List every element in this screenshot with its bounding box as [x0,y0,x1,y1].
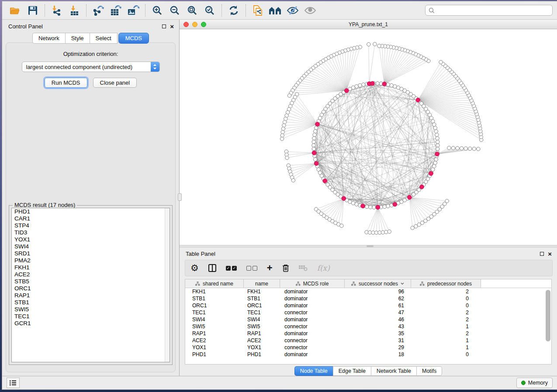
tab-network[interactable]: Network [32,33,65,44]
mcds-hub-node[interactable] [393,202,397,206]
close-panel-icon[interactable]: × [548,252,552,256]
export-network-icon[interactable] [90,3,107,17]
table-row[interactable]: TEC1TEC1connector472 [185,309,551,316]
mcds-hub-node[interactable] [420,185,424,189]
table-cell: 61 [345,303,411,309]
tab-network-table[interactable]: Network Table [371,366,416,376]
table-cell: SWI5 [185,323,244,330]
search-input[interactable] [437,7,549,14]
network-canvas[interactable] [180,29,557,245]
mcds-result-item[interactable]: PMA2 [12,257,170,264]
mcds-result-item[interactable]: SWI4 [12,243,170,250]
mcds-hub-node[interactable] [416,98,420,102]
zoom-selected-icon[interactable] [201,3,218,17]
mcds-result-item[interactable]: FKH1 [12,264,170,271]
mcds-hub-node[interactable] [323,179,327,183]
table-row[interactable]: YOX1YOX1connector291 [185,344,551,351]
column-header-name[interactable]: name [244,279,280,288]
table-row[interactable]: SWI5SWI5connector431 [185,323,551,330]
zoom-fit-icon[interactable] [183,3,201,17]
float-panel-icon[interactable] [162,24,166,28]
tab-mcds[interactable]: MCDS [118,33,149,44]
import-network-icon[interactable] [48,3,66,17]
export-image-icon[interactable] [125,3,142,17]
deselect-all-icon[interactable] [246,266,257,271]
tab-node-table[interactable]: Node Table [294,366,333,376]
mcds-result-item[interactable]: SWI5 [12,306,170,313]
mcds-hub-node[interactable] [376,205,380,210]
mcds-result-item[interactable]: ORC1 [12,285,170,292]
mcds-hub-node[interactable] [345,89,349,93]
float-panel-icon[interactable] [540,252,544,256]
hide-selected-icon[interactable] [284,3,301,17]
column-header-MCDS-role[interactable]: MCDS role [280,279,345,288]
mcds-result-item[interactable]: STB1 [12,299,170,306]
task-history-button[interactable] [7,378,20,388]
refresh-icon[interactable] [225,3,242,17]
mcds-result-item[interactable]: RAP1 [12,292,170,299]
first-neighbors-icon[interactable] [266,3,284,17]
tab-select[interactable]: Select [90,33,118,44]
zoom-in-icon[interactable] [149,3,166,17]
table-row[interactable]: RAP1RAP1dominator352 [185,330,551,337]
mcds-list-scrollbar[interactable] [165,208,170,362]
mcds-result-list[interactable]: PHD1CAR1STP4TID3YOX1SWI4SRD1PMA2FKH1ACE2… [11,208,170,362]
column-header-successor-nodes[interactable]: successor nodes [345,279,411,288]
optimization-criterion-select[interactable]: largest connected component (undirected) [22,62,160,72]
mcds-hub-node[interactable] [429,172,433,176]
mcds-result-item[interactable]: ACE2 [12,271,170,278]
mcds-result-item[interactable]: CAR1 [12,215,170,222]
mcds-result-item[interactable]: TEC1 [12,313,170,320]
run-mcds-button[interactable]: Run MCDS [45,78,87,88]
mcds-hub-node[interactable] [370,81,375,86]
close-panel-button[interactable]: Close panel [93,78,137,88]
delete-row-icon[interactable] [282,264,289,272]
mcds-hub-node[interactable] [361,204,365,208]
show-all-icon[interactable] [301,3,319,17]
add-row-icon[interactable]: + [267,264,273,272]
column-header-shared-name[interactable]: shared name [185,279,244,288]
mcds-hub-node[interactable] [315,122,320,127]
close-panel-icon[interactable]: × [170,24,174,28]
mcds-hub-node[interactable] [408,195,412,199]
toggle-columns-icon[interactable] [208,264,216,272]
mcds-hub-node[interactable] [312,151,316,155]
tab-style[interactable]: Style [65,33,90,44]
table-row[interactable]: PHD1PHD1dominator180 [185,351,551,358]
mcds-result-item[interactable]: STP4 [12,222,170,229]
mcds-hub-node[interactable] [382,82,387,86]
save-icon[interactable] [24,3,42,17]
tab-edge-table[interactable]: Edge Table [333,366,371,376]
open-folder-icon[interactable] [7,3,24,17]
table-scrollbar[interactable] [546,290,550,360]
mcds-result-item[interactable]: STB5 [12,278,170,285]
table-row[interactable]: STB1STB1dominator620 [185,295,551,302]
select-all-icon[interactable]: ✓✓ [226,266,237,271]
mcds-result-item[interactable]: PHD1 [12,208,170,215]
table-scrollbar-thumb[interactable] [546,290,550,341]
mcds-result-item[interactable]: TID3 [12,229,170,236]
memory-button[interactable]: Memory [516,378,553,388]
table-row[interactable]: ORC1ORC1dominator610 [185,302,551,309]
table-row[interactable]: SWI4SWI4dominator462 [185,316,551,323]
table-row[interactable]: ACE2ACE2connector311 [185,337,551,344]
export-table-icon[interactable] [107,3,125,17]
network-window-titlebar[interactable]: YPA_prune.txt_1 [180,20,557,29]
horizontal-splitter-grip[interactable] [367,245,374,247]
node-table[interactable]: shared namenameMCDS rolesuccessor nodesp… [185,279,552,364]
import-table-icon[interactable] [66,3,83,17]
zoom-out-icon[interactable] [166,3,183,17]
settings-gear-icon[interactable]: ⚙ [190,264,199,272]
mcds-result-item[interactable]: SRD1 [12,250,170,257]
column-header-predecessor-nodes[interactable]: predecessor nodes [411,279,481,288]
mcds-hub-node[interactable] [342,196,346,201]
mcds-hub-node[interactable] [435,152,439,156]
search-box[interactable] [425,5,553,16]
tab-motifs[interactable]: Motifs [416,366,442,376]
mcds-hub-node[interactable] [314,162,318,166]
clone-network-icon[interactable] [249,3,266,17]
mcds-result-item[interactable]: YOX1 [12,236,170,243]
table-row[interactable]: FKH1FKH1dominator962 [185,288,551,295]
mcds-result-item[interactable]: GCR1 [12,320,170,327]
vertical-splitter-grip[interactable] [178,193,182,201]
